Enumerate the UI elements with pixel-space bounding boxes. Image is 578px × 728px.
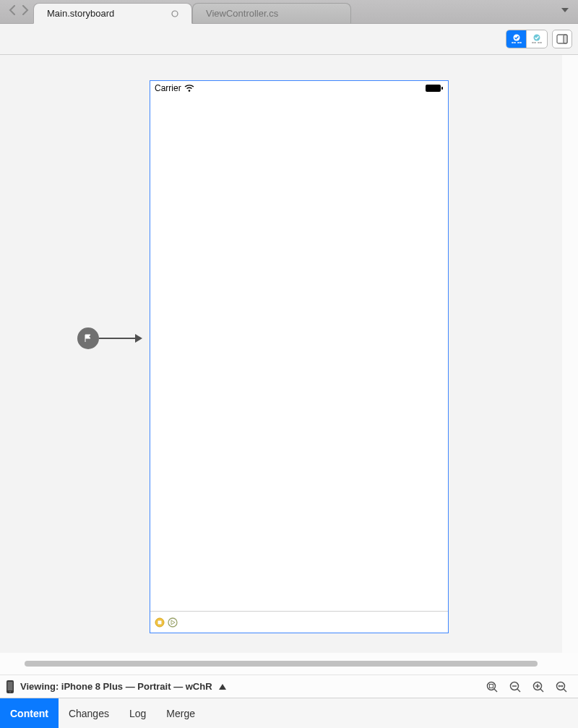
footer-tab-log[interactable]: Log [119,698,156,728]
expand-triangle-icon[interactable] [218,683,227,690]
constraint-mode-resolve[interactable] [527,30,547,48]
horizontal-scrollbar-area [0,653,578,675]
view-controller-scene[interactable]: Carrier [150,80,449,633]
nav-back-icon[interactable] [9,5,16,15]
svg-rect-12 [8,682,13,690]
svg-point-14 [488,682,496,690]
wifi-icon [184,84,194,93]
constraint-mode-update[interactable] [506,30,527,48]
zoom-controls [486,680,572,693]
device-configuration-bar: Viewing: iPhone 8 Plus — Portrait — wChR [0,675,578,698]
scene-dock [150,611,448,633]
tab-label: ViewController.cs [206,8,278,19]
svg-rect-4 [564,35,567,43]
svg-rect-9 [158,620,162,625]
footer-tab-changes[interactable]: Changes [59,698,119,728]
tab-viewcontroller[interactable]: ViewController.cs [192,3,351,24]
storyboard-canvas[interactable]: Carrier [0,55,578,653]
zoom-in-icon[interactable] [532,680,545,693]
arrow-right-icon [135,334,142,343]
svg-rect-6 [426,85,441,92]
horizontal-scrollbar[interactable] [25,661,538,667]
svg-point-10 [168,618,177,627]
battery-icon [425,84,444,93]
svg-point-13 [9,691,11,693]
device-type-icon[interactable] [6,680,14,694]
tab-bar: Main.storyboard ViewController.cs [0,0,578,24]
entry-point-indicator[interactable] [77,327,142,349]
svg-point-5 [188,90,190,92]
entry-point-line [99,338,135,339]
footer-tab-label: Content [10,708,48,719]
entry-point-icon [77,327,99,349]
tab-main-storyboard[interactable]: Main.storyboard [33,3,192,24]
svg-rect-15 [490,684,493,688]
view-controller-icon[interactable] [155,617,165,628]
zoom-out-icon[interactable] [509,680,522,693]
footer-tab-label: Changes [69,708,109,719]
footer-tab-merge[interactable]: Merge [156,698,205,728]
constraint-mode-segmented [506,30,548,48]
footer-tab-label: Merge [166,708,195,719]
device-status-bar: Carrier [150,81,448,95]
tab-overflow-button[interactable] [561,0,574,23]
nav-forward-icon[interactable] [22,5,29,15]
nav-arrows [4,0,33,23]
footer-tabs: Content Changes Log Merge [0,698,578,728]
zoom-fit-icon[interactable] [486,680,499,693]
svg-point-0 [172,11,178,17]
first-responder-icon[interactable] [168,617,178,628]
svg-rect-7 [441,87,443,90]
view-controller-view[interactable] [150,95,448,611]
close-icon[interactable] [171,10,178,17]
editor-toolbar [0,24,578,55]
toggle-outline-button[interactable] [552,30,572,48]
zoom-actual-icon[interactable] [555,680,568,693]
footer-tab-label: Log [129,708,146,719]
tab-label: Main.storyboard [47,8,114,19]
viewing-label[interactable]: Viewing: iPhone 8 Plus — Portrait — wChR [20,681,212,692]
footer-tab-content[interactable]: Content [0,698,59,728]
carrier-label: Carrier [155,83,181,93]
